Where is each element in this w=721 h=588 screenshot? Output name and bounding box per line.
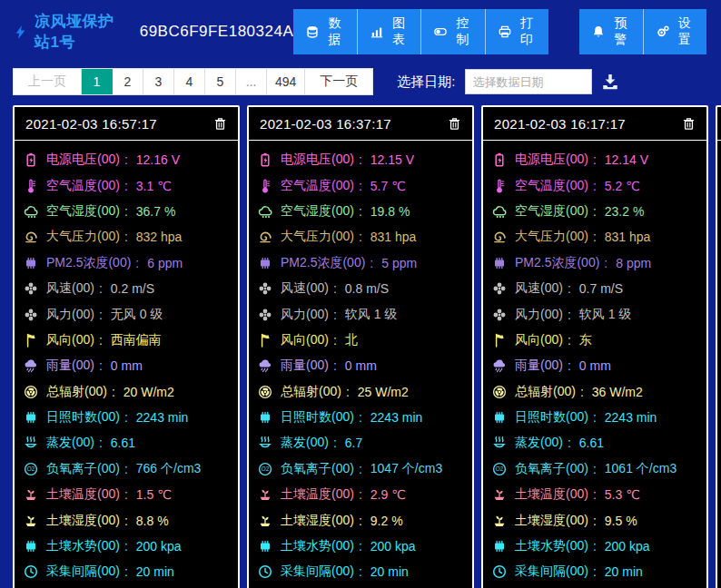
pagination-page-494[interactable]: 494 [267,69,305,94]
metric-value: 5.7 ℃ [370,179,406,193]
delete-record-button[interactable] [682,117,696,131]
metric-colon: : [359,539,362,554]
metric-value: 西南偏南 [111,332,162,348]
metric-row: 日照时数(00):2243 min [258,405,463,430]
metric-colon: : [124,179,128,193]
download-button[interactable] [601,73,619,91]
humidity-icon [258,204,272,219]
metric-label: PM2.5浓度(00) [515,255,599,271]
device-id: 69BC6F9FE180324A [140,23,294,41]
metric-value: 1061 个/cm3 [605,461,677,477]
metric-colon: : [333,436,337,450]
metric-icon-wrap [258,308,275,322]
pagination-page-2[interactable]: 2 [113,69,143,94]
metric-row: 空气温度(00):3.1 ℃ [24,172,229,198]
battery-icon [258,152,272,167]
battery-icon [24,152,38,167]
delete-record-button[interactable] [448,117,461,131]
metric-row: 大气压力(00):831 hpa [258,224,463,250]
chip-icon [258,256,272,270]
metric-label: 土壤温度(00) [281,486,354,503]
metric-row: 日照时数(00):2243 min [492,405,697,430]
metric-label: 蒸发(00) [515,435,563,451]
metric-colon: : [124,487,128,502]
nav-button-gears[interactable]: 设置 [643,9,706,54]
pagination-next[interactable]: 下一页 [305,69,372,94]
metric-label: 风力(00) [46,307,94,323]
metric-icon-wrap [24,152,41,167]
metric-label: 雨量(00) [515,358,563,374]
pagination-page-3[interactable]: 3 [143,69,174,94]
ion-icon: O2 [492,462,507,476]
delete-record-button[interactable] [213,117,227,131]
metric-colon: : [359,462,362,476]
chip-icon [258,410,272,425]
metric-icon-wrap [492,487,509,502]
metric-colon: : [568,281,571,296]
metric-colon: : [370,256,373,270]
metric-label: 土壤温度(00) [46,486,120,503]
pagination-page-5[interactable]: 5 [205,69,236,94]
metric-value: 12.14 V [605,152,648,167]
humidity-icon [24,204,38,219]
metric-row: 空气湿度(00):23.2 % [492,199,697,224]
data-card: 2021-02-03 16:37:17电源电压(00):12.15 V空气温度(… [247,105,474,588]
date-label: 选择日期: [397,74,455,91]
card-header: 2021-02-03 16:17:17 [483,107,706,141]
metric-label: 空气湿度(00) [515,203,588,220]
vane-icon [492,333,507,348]
nav-button-barchart[interactable]: 图表 [357,9,420,54]
fan-icon [24,281,38,296]
metric-icon-wrap [258,152,275,167]
metric-colon: : [124,462,128,476]
metric-icon-wrap [258,256,275,270]
metric-row: O2负氧离子(00):1061 个/cm3 [492,456,697,482]
metric-icon-wrap [492,281,509,296]
steam-icon [492,436,507,450]
pagination-page-1[interactable]: 1 [82,69,113,94]
nav-button-database[interactable]: 数据 [293,9,356,54]
metric-colon: : [359,179,362,193]
metric-label: 日照时数(00) [46,409,120,426]
metric-row: 采集间隔(00):20 min [24,559,229,584]
thermometer-icon [24,179,38,193]
metric-icon-wrap [24,410,41,425]
metric-value: 0.2 m/S [111,281,154,296]
metric-row: 空气湿度(00):19.8 % [258,199,463,224]
clock-icon [258,564,272,579]
nav-button-bell[interactable]: 预警 [579,9,642,54]
metric-colon: : [359,230,362,244]
metric-icon-wrap [24,308,41,322]
metric-colon: : [568,308,571,322]
metric-label: 大气压力(00) [515,229,588,245]
metric-value: 20 W/m2 [123,385,174,399]
card-body: 电源电压(00):12.15 V空气温度(00):5.7 ℃空气湿度(00):1… [249,141,472,585]
top-header: 凉风垭保护站1号 69BC6F9FE180324A 数据图表控制打印预警设置 [0,0,721,60]
metric-colon: : [359,204,362,219]
metric-row: 日照时数(00):2243 min [24,405,229,430]
metric-label: 总辐射(00) [46,384,107,400]
radiation-icon [24,385,38,399]
metric-row: 雨量(00):0 mm [258,353,463,378]
bell-icon [592,25,605,38]
metric-row: 土壤水势(00):200 kpa [492,534,697,559]
metric-value: 6 ppm [147,256,183,270]
metric-value: 832 hpa [136,230,183,244]
pagination-page-4[interactable]: 4 [174,69,205,94]
nav-button-printer[interactable]: 打印 [485,9,548,54]
card-timestamp: 2021-02-03 16:57:17 [25,116,157,132]
metric-label: 风速(00) [515,280,563,297]
toggle-icon [434,25,447,38]
nav-button-toggle[interactable]: 控制 [420,9,484,54]
fan-icon [24,308,38,322]
metric-colon: : [124,410,128,425]
metric-row: 空气温度(00):5.7 ℃ [258,172,463,198]
fan-icon [492,281,507,296]
metric-value: 23.2 % [605,204,645,219]
metric-icon-wrap [258,358,275,373]
metric-value: 0 mm [111,358,143,373]
metric-icon-wrap: O2 [258,462,275,476]
metric-label: 雨量(00) [46,358,94,374]
pagination-prev[interactable]: 上一页 [14,69,82,94]
date-input[interactable] [465,69,592,94]
